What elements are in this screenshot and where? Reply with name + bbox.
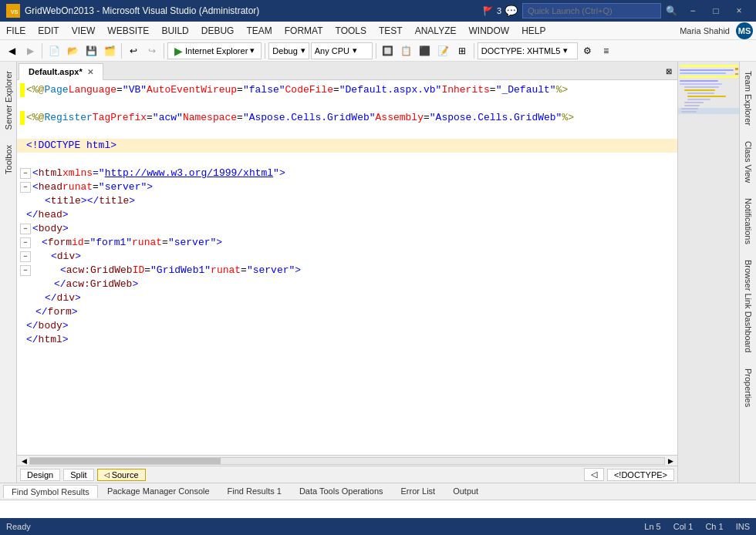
collapse-div[interactable]: − [20,251,31,262]
menu-website[interactable]: WEBSITE [101,22,155,39]
toolbar-icon-4[interactable]: 📝 [435,42,452,59]
collapse-html[interactable]: − [20,168,31,179]
bottom-tab-find-symbol[interactable]: Find Symbol Results [3,485,98,498]
bottom-tab-error-list[interactable]: Error List [393,484,444,498]
svg-rect-10 [684,86,719,88]
code-line-9: <title></title> [17,194,677,208]
menu-team[interactable]: TEAM [240,22,278,39]
svg-rect-3 [680,65,738,67]
line-marker-3 [20,111,25,125]
code-line-15: </acw:GridWeb> [17,278,677,291]
menu-test[interactable]: TEST [373,22,409,39]
undo-button[interactable]: ↩ [125,42,142,59]
menu-tools[interactable]: TOOLS [329,22,373,39]
menu-window[interactable]: WINDOW [462,22,515,39]
toolbox-tab[interactable]: Toolbox [1,139,16,180]
notifications-tab[interactable]: Notifications [741,192,756,251]
hscroll-thumb [30,458,221,464]
forward-button[interactable]: ▶ [22,42,39,59]
design-button[interactable]: Design [20,469,60,481]
bottom-tab-bar: Find Symbol Results Package Manager Cons… [0,483,756,500]
restore-button[interactable]: □ [705,3,727,19]
toolbar-sep-2 [121,43,122,59]
svg-rect-14 [687,99,710,100]
menu-build[interactable]: BUILD [155,22,194,39]
source-arrow-icon: ◁ [104,471,110,479]
toolbar-sep-4 [265,43,265,59]
toolbar-sep-1 [42,43,42,59]
split-button[interactable]: Split [63,469,93,481]
svg-rect-5 [680,72,726,74]
build-config-dropdown[interactable]: Debug ▾ [268,42,309,59]
svg-rect-16 [684,105,700,106]
menu-analyze[interactable]: ANALYZE [409,22,463,39]
menu-format[interactable]: FORMAT [278,22,329,39]
new-file-button[interactable]: 📄 [46,42,62,59]
toolbar-icon-6[interactable]: ⚙ [579,42,596,59]
hscroll-left[interactable]: ◀ [19,456,29,466]
quick-launch-input[interactable] [522,3,661,19]
xmlns-link[interactable]: http://www.w3.org/1999/xhtml [105,167,273,180]
menu-debug[interactable]: DEBUG [195,22,241,39]
svg-rect-2 [678,62,739,483]
toolbar-icon-5[interactable]: ⊞ [454,42,471,59]
doctype-dropdown[interactable]: DOCTYPE: XHTML5 ▾ [478,42,578,59]
bottom-tab-find-results[interactable]: Find Results 1 [219,484,290,498]
browser-link-tab[interactable]: Browser Link Dashboard [741,254,756,358]
properties-tab[interactable]: Properties [741,362,756,413]
svg-rect-15 [684,102,704,103]
menu-edit[interactable]: EDIT [32,22,65,39]
notification-flag-icon: 🚩 [483,6,494,16]
collapse-gridweb[interactable]: − [20,265,31,276]
bottom-tab-data-tools[interactable]: Data Tools Operations [291,484,392,498]
hscroll-track[interactable] [29,457,665,465]
class-view-tab[interactable]: Class View [741,135,756,189]
title-bar: VS GridWebOn2013 - Microsoft Visual Stud… [0,0,756,22]
collapse-form[interactable]: − [20,237,31,248]
window-title: GridWebOn2013 - Microsoft Visual Studio … [25,5,478,16]
svg-rect-19 [735,68,738,70]
doctype-button[interactable]: <!DOCTYPE> [607,469,674,481]
editor-tab-default-aspx[interactable]: Default.aspx* ✕ [19,63,103,80]
status-bar: Ready Ln 5 Col 1 Ch 1 INS [0,518,756,535]
run-button[interactable]: ▶ Internet Explorer ▾ [167,42,262,59]
user-avatar: MS [736,22,753,39]
code-editor[interactable]: <%@ Page Language="VB" AutoEventWireup="… [17,80,677,455]
open-file-button[interactable]: 📂 [64,42,81,59]
menu-file[interactable]: FILE [0,22,32,39]
hscroll-right[interactable]: ▶ [665,456,676,466]
toolbar-icon-2[interactable]: 📋 [398,42,415,59]
prev-error-button[interactable]: ◁ [584,468,604,481]
collapse-head[interactable]: − [20,182,31,193]
window-controls: − □ × [682,3,750,19]
server-explorer-tab[interactable]: Server Explorer [1,65,16,136]
bottom-tab-package-manager[interactable]: Package Manager Console [99,484,218,498]
tab-close-icon[interactable]: ✕ [87,68,93,76]
source-button[interactable]: ◁ Source [97,469,146,481]
code-line-1: <%@ Page Language="VB" AutoEventWireup="… [17,83,677,97]
toolbar-icon-1[interactable]: 🔲 [380,42,397,59]
save-button[interactable]: 💾 [83,42,100,59]
code-line-11: − <body> [17,222,677,236]
code-line-19: </html> [17,333,677,347]
code-line-13: − <div> [17,250,677,264]
line-marker-1 [20,83,25,97]
platform-dropdown[interactable]: Any CPU ▾ [311,42,373,59]
minimap-toggle[interactable]: ⊠ [660,62,677,79]
collapse-body[interactable]: − [20,224,31,234]
menu-help[interactable]: HELP [515,22,552,39]
back-button[interactable]: ◀ [3,42,20,59]
minimize-button[interactable]: − [682,3,704,19]
bottom-tab-output[interactable]: Output [444,484,487,498]
redo-button[interactable]: ↪ [143,42,160,59]
code-line-16: </div> [17,291,677,305]
toolbar-icon-3[interactable]: ⬛ [417,42,434,59]
toolbar-icon-7[interactable]: ≡ [598,42,615,59]
team-explorer-tab[interactable]: Team Explorer [741,65,756,132]
horizontal-scrollbar[interactable]: ◀ ▶ [17,455,677,466]
close-button[interactable]: × [728,3,750,19]
save-all-button[interactable]: 🗂️ [101,42,118,59]
code-line-5: <!DOCTYPE html> [17,139,677,153]
notification-area: 🚩 3 💬 [483,5,518,17]
menu-view[interactable]: VIEW [66,22,102,39]
